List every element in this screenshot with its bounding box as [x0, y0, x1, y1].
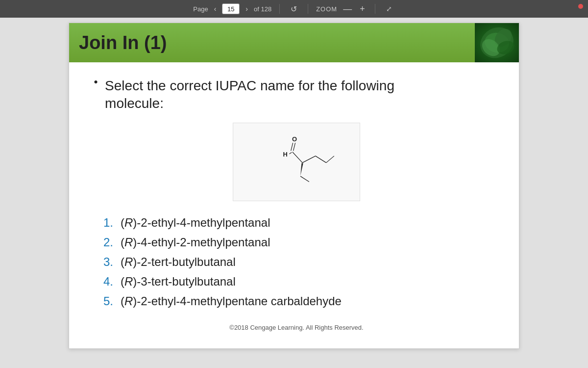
copyright-text: ©2018 Cengage Learning. All Rights Reser…	[229, 324, 363, 331]
zoom-in-button[interactable]: +	[358, 4, 367, 13]
slide-header-image	[475, 23, 519, 62]
fullscreen-button[interactable]: ⤢	[383, 4, 395, 14]
choice-3[interactable]: 3. (R)-2-tert-butylbutanal	[103, 255, 499, 269]
total-pages: of 128	[254, 5, 271, 13]
slide: Join In (1) •	[69, 23, 519, 349]
choice-4-number: 4.	[103, 275, 121, 289]
bullet-line1: Select the correct IUPAC name for the fo…	[105, 78, 394, 93]
choice-2-text: (R)-4-ethyl-2-methylpentanal	[121, 236, 270, 249]
copyright: ©2018 Cengage Learning. All Rights Reser…	[94, 314, 499, 339]
svg-line-9	[289, 152, 292, 154]
zoom-label: ZOOM	[316, 5, 337, 13]
svg-text:O: O	[292, 135, 297, 143]
slide-title: Join In (1)	[79, 32, 167, 53]
choice-1-number: 1.	[103, 216, 121, 230]
page-navigation: Page ‹ › of 128	[193, 3, 271, 14]
leaf-svg	[476, 23, 518, 62]
bullet-symbol: •	[94, 75, 98, 90]
prev-page-button[interactable]: ‹	[211, 4, 220, 14]
molecule-container: O H	[94, 123, 499, 201]
svg-marker-11	[300, 163, 303, 176]
bullet-point: • Select the correct IUPAC name for the …	[94, 77, 499, 113]
slide-header-title-area: Join In (1)	[69, 23, 475, 62]
choice-1-text: (R)-2-ethyl-4-methylpentanal	[121, 216, 270, 230]
main-content: Join In (1) •	[0, 18, 588, 368]
slide-body: • Select the correct IUPAC name for the …	[69, 62, 519, 348]
bullet-line2: molecule:	[105, 96, 164, 111]
choice-5-number: 5.	[103, 294, 121, 308]
refresh-button[interactable]: ↺	[288, 3, 300, 15]
choice-4[interactable]: 4. (R)-3-tert-butylbutanal	[103, 275, 499, 289]
leaf-decoration	[475, 23, 519, 62]
svg-line-10	[293, 152, 302, 163]
choice-3-number: 3.	[103, 255, 121, 269]
divider-3	[375, 4, 375, 14]
page-label: Page	[193, 5, 208, 13]
choice-5-text: (R)-2-ethyl-4-methylpentane carbaldehyde	[121, 294, 342, 308]
choice-1[interactable]: 1. (R)-2-ethyl-4-methylpentanal	[103, 216, 499, 230]
next-page-button[interactable]: ›	[243, 4, 251, 14]
bullet-text: Select the correct IUPAC name for the fo…	[105, 77, 394, 113]
choice-4-text: (R)-3-tert-butylbutanal	[121, 275, 236, 289]
slide-header: Join In (1)	[69, 23, 519, 62]
choice-2[interactable]: 2. (R)-4-ethyl-2-methylpentanal	[103, 236, 499, 249]
toolbar: Page ‹ › of 128 ↺ ZOOM — + ⤢	[0, 0, 588, 18]
choice-2-number: 2.	[103, 236, 121, 249]
divider-2	[308, 4, 308, 14]
svg-line-13	[316, 156, 326, 163]
svg-text:H: H	[283, 150, 287, 158]
svg-line-15	[300, 176, 309, 182]
page-number-input[interactable]	[222, 3, 240, 14]
svg-line-6	[291, 143, 293, 151]
svg-line-14	[326, 156, 334, 163]
svg-line-12	[302, 156, 316, 163]
divider-1	[279, 4, 280, 14]
zoom-out-button[interactable]: —	[341, 4, 354, 13]
status-dot	[578, 4, 583, 9]
molecule-svg: O H	[253, 128, 340, 196]
molecule-diagram: O H	[233, 123, 360, 201]
choice-3-text: (R)-2-tert-butylbutanal	[121, 255, 236, 269]
choice-5[interactable]: 5. (R)-2-ethyl-4-methylpentane carbaldeh…	[103, 294, 499, 308]
answer-choices: 1. (R)-2-ethyl-4-methylpentanal 2. (R)-4…	[103, 216, 499, 308]
svg-line-7	[294, 143, 295, 151]
